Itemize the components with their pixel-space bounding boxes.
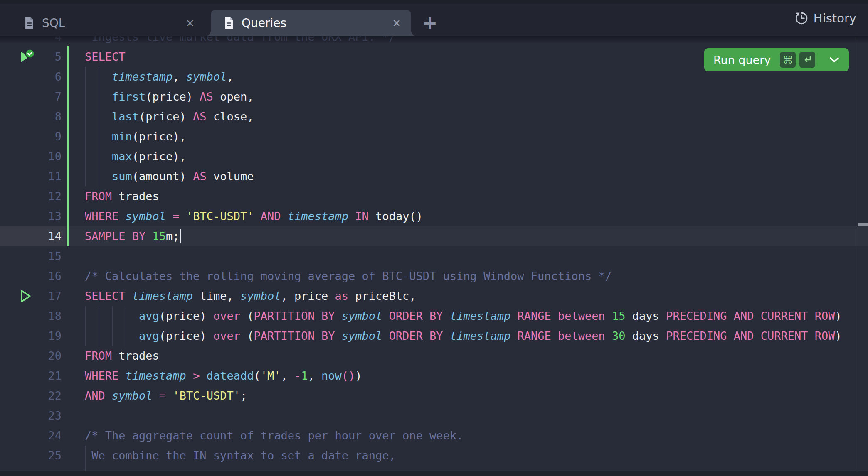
line-number: 6 [0, 67, 62, 87]
editor-bottom-bar [0, 471, 868, 476]
code-text: SAMPLE BY 15m; [85, 226, 180, 246]
tab-label: Queries [242, 16, 388, 30]
line-number: 20 [0, 346, 62, 366]
code-line[interactable]: 9 min(price), [0, 127, 857, 147]
run-query-marker[interactable] [17, 288, 38, 304]
code-text: avg(price) over (PARTITION BY symbol ORD… [85, 326, 842, 346]
code-text: SELECT timestamp time, symbol, price as … [85, 286, 416, 306]
code-line[interactable]: 12FROM trades [0, 186, 857, 206]
close-icon[interactable]: ✕ [181, 17, 199, 29]
line-number: 19 [0, 326, 62, 346]
code-line[interactable]: 14SAMPLE BY 15m; [0, 226, 857, 246]
tab-sql[interactable]: SQL ✕ [0, 10, 205, 36]
code-line[interactable]: 22AND symbol = 'BTC-USDT'; [0, 386, 857, 406]
tab-corner-flare [411, 31, 416, 36]
code-text: /* The aggregate count of trades per hou… [85, 426, 463, 446]
code-line[interactable]: 20FROM trades [0, 346, 857, 366]
tab-bar: SQL ✕ Queries ✕ + [0, 0, 868, 36]
history-button[interactable]: History [794, 0, 856, 36]
code-line[interactable]: 15 [0, 246, 857, 266]
code-text: FROM trades [85, 186, 159, 206]
new-tab-button[interactable]: + [419, 11, 441, 34]
code-line[interactable]: 16/* Calculates the rolling moving avera… [0, 266, 857, 286]
line-number: 22 [0, 386, 62, 406]
scrollbar-thumb[interactable] [858, 223, 868, 226]
code-line[interactable]: 23 [0, 406, 857, 426]
code-text: min(price), [85, 127, 186, 147]
code-text: avg(price) over (PARTITION BY symbol ORD… [85, 306, 842, 326]
code-text: SELECT [85, 47, 126, 67]
document-icon [223, 16, 234, 30]
run-query-button[interactable]: Run query ⌘ [704, 48, 849, 71]
tab-queries[interactable]: Queries ✕ [211, 10, 411, 36]
return-key-icon [799, 52, 815, 68]
tab-corner-flare [206, 31, 211, 36]
code-line[interactable]: 25 We combine the IN syntax to set a dat… [0, 446, 857, 466]
cmd-key-badge: ⌘ [780, 52, 796, 68]
line-number: 18 [0, 306, 62, 326]
code-line[interactable]: 17SELECT timestamp time, symbol, price a… [0, 286, 857, 306]
code-text: /* Calculates the rolling moving average… [85, 266, 612, 286]
line-number: 14 [0, 226, 62, 246]
code-line[interactable]: 11 sum(amount) AS volume [0, 167, 857, 186]
code-text: WHERE timestamp > dateadd('M', -1, now()… [85, 366, 362, 386]
code-text: max(price), [85, 147, 186, 167]
tab-label: SQL [42, 16, 181, 30]
code-line[interactable]: 21WHERE timestamp > dateadd('M', -1, now… [0, 366, 857, 386]
line-number: 10 [0, 147, 62, 167]
line-number: 15 [0, 246, 62, 266]
query-range-indicator [67, 46, 69, 246]
line-number: 9 [0, 127, 62, 147]
line-number: 23 [0, 406, 62, 426]
code-text: last(price) AS close, [85, 107, 254, 127]
code-text: WHERE symbol = 'BTC-USDT' AND timestamp … [85, 206, 423, 226]
line-number: 13 [0, 206, 62, 226]
code-line[interactable]: 13WHERE symbol = 'BTC-USDT' AND timestam… [0, 206, 857, 226]
code-text: FROM trades [85, 346, 159, 366]
code-line[interactable]: 19 avg(price) over (PARTITION BY symbol … [0, 326, 857, 346]
line-number: 21 [0, 366, 62, 386]
line-number: 16 [0, 266, 62, 286]
code-text: first(price) AS open, [85, 87, 254, 107]
code-text: AND symbol = 'BTC-USDT'; [85, 386, 247, 406]
code-line[interactable]: 10 max(price), [0, 147, 857, 167]
chevron-down-icon[interactable] [829, 56, 840, 63]
code-line[interactable]: 8 last(price) AS close, [0, 107, 857, 127]
query-success-marker[interactable] [17, 49, 38, 65]
code-text: We combine the IN syntax to set a date r… [85, 446, 396, 466]
history-label: History [814, 11, 856, 25]
history-icon [794, 11, 809, 25]
line-number: 24 [0, 426, 62, 446]
active-line-highlight [66, 226, 868, 246]
code-line[interactable]: 24/* The aggregate count of trades per h… [0, 426, 857, 446]
code-text: sum(amount) AS volume [85, 167, 254, 186]
line-number: 8 [0, 107, 62, 127]
document-icon [24, 16, 35, 30]
line-number: 7 [0, 87, 62, 107]
text-cursor [180, 229, 181, 243]
line-number: 25 [0, 446, 62, 466]
line-number: 11 [0, 167, 62, 186]
line-number: 12 [0, 186, 62, 206]
close-icon[interactable]: ✕ [388, 17, 405, 29]
questdb-console: 4 ingests live market data from the OKX … [0, 0, 868, 476]
code-line[interactable]: 7 first(price) AS open, [0, 87, 857, 107]
code-text: timestamp, symbol, [85, 67, 234, 87]
code-line[interactable]: 18 avg(price) over (PARTITION BY symbol … [0, 306, 857, 326]
scrollbar-track[interactable] [857, 36, 868, 476]
run-query-label: Run query [713, 54, 771, 66]
